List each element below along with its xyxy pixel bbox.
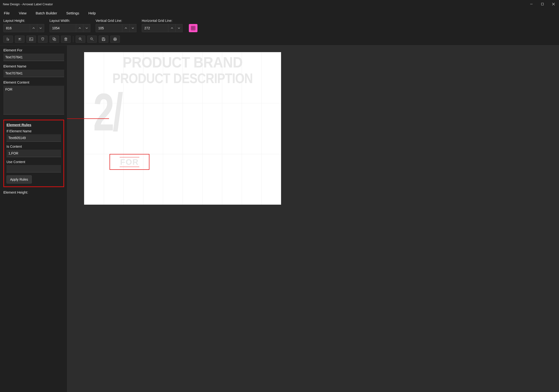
spinner-up-icon[interactable] [122, 24, 129, 32]
spinner-up-icon[interactable] [76, 24, 83, 32]
canvas-brand-text[interactable]: PRODUCT BRAND [84, 53, 281, 71]
spinner-down-icon[interactable] [175, 24, 183, 32]
text-tool[interactable]: T [15, 36, 25, 43]
tool-row: T [0, 35, 559, 45]
grid-toggle-button[interactable] [189, 24, 197, 32]
canvas-for-text: FOR [120, 157, 139, 167]
pointer-icon [6, 37, 10, 41]
layout-width-input[interactable] [49, 24, 76, 32]
copy-tool[interactable] [49, 36, 59, 43]
use-content-input[interactable] [7, 165, 61, 172]
horizontal-grid-input[interactable] [142, 24, 168, 32]
zoom-in-tool[interactable] [76, 36, 85, 43]
horizontal-grid-label: Horizontal Grid Line: [142, 19, 183, 23]
maximize-button[interactable] [537, 0, 548, 8]
horizontal-grid-spinner [142, 24, 183, 32]
menu-bar: File View Batch Builder Settings Help [0, 8, 559, 18]
bucket-icon [41, 37, 45, 41]
element-content-input[interactable]: FOR [3, 86, 64, 115]
horizontal-grid-group: Horizontal Grid Line: [142, 19, 183, 32]
svg-text:T: T [18, 37, 20, 41]
element-content-label: Element Content [3, 80, 64, 84]
close-button[interactable] [548, 0, 559, 8]
grid-icon [191, 26, 195, 30]
window-controls [526, 0, 559, 8]
menu-view[interactable]: View [17, 10, 28, 16]
pointer-tool[interactable] [3, 36, 13, 43]
zoom-in-icon [79, 37, 82, 41]
element-for-label: Element For [3, 48, 64, 52]
element-name-label: Element Name [3, 64, 64, 68]
label-canvas[interactable]: PRODUCT BRAND PRODUCT DESCRIPTION 2/ FOR [84, 52, 281, 205]
properties-panel: Element For Element Name Element Content… [0, 45, 67, 392]
svg-rect-4 [191, 26, 195, 30]
is-content-input[interactable] [7, 150, 61, 157]
if-element-name-label: If Element Name [7, 129, 61, 133]
canvas-area[interactable]: PRODUCT BRAND PRODUCT DESCRIPTION 2/ FOR [67, 45, 559, 392]
svg-rect-31 [114, 38, 116, 39]
layout-height-input[interactable] [3, 24, 30, 32]
element-name-input[interactable] [3, 70, 64, 77]
vertical-grid-group: Vertical Grid Line: [96, 19, 136, 32]
svg-rect-30 [103, 38, 104, 39]
vertical-grid-spinner [96, 24, 136, 32]
title-bar: New Design - Arrowat Label Creator [0, 0, 559, 8]
layout-height-label: Layout Height: [3, 19, 44, 23]
svg-line-23 [81, 40, 82, 41]
text-icon: T [18, 37, 22, 41]
menu-settings[interactable]: Settings [65, 10, 81, 16]
zoom-out-tool[interactable] [87, 36, 97, 43]
layout-height-spinner [3, 24, 44, 32]
save-icon [102, 37, 105, 41]
delete-tool[interactable] [61, 36, 71, 43]
is-content-label: Is Content [7, 145, 61, 149]
spinner-up-icon[interactable] [168, 24, 175, 32]
layout-controls-bar: Layout Height: Layout Width: Vertical Gr… [0, 18, 559, 35]
menu-help[interactable]: Help [87, 10, 97, 16]
spinner-down-icon[interactable] [129, 24, 136, 32]
trash-icon [64, 37, 68, 41]
save-tool[interactable] [99, 36, 108, 43]
menu-batch-builder[interactable]: Batch Builder [34, 10, 58, 16]
vertical-grid-label: Vertical Grid Line: [96, 19, 136, 23]
element-rules-box: Element Rules If Element Name Is Content… [3, 120, 64, 187]
svg-rect-13 [29, 38, 33, 41]
minimize-button[interactable] [526, 0, 537, 8]
image-icon [29, 37, 33, 41]
canvas-selected-element[interactable]: FOR [110, 154, 149, 170]
print-icon [113, 37, 117, 41]
if-element-name-input[interactable] [7, 134, 61, 142]
layout-width-group: Layout Width: [49, 19, 90, 32]
svg-rect-29 [102, 39, 104, 41]
svg-rect-1 [541, 3, 544, 5]
svg-line-27 [93, 40, 93, 41]
svg-rect-17 [65, 38, 67, 41]
apply-rules-button[interactable]: Apply Rules [7, 175, 32, 184]
copy-icon [52, 37, 56, 41]
window-title: New Design - Arrowat Label Creator [3, 2, 53, 6]
tool-separator [73, 36, 73, 42]
element-rules-header: Element Rules [7, 123, 61, 127]
element-for-input[interactable] [3, 54, 64, 61]
use-content-label: Use Content [7, 160, 61, 164]
element-height-label: Element Height: [3, 190, 64, 194]
spinner-down-icon[interactable] [83, 24, 90, 32]
spinner-up-icon[interactable] [30, 24, 37, 32]
layout-width-spinner [49, 24, 90, 32]
zoom-out-icon [90, 37, 94, 41]
layout-width-label: Layout Width: [49, 19, 90, 23]
bucket-tool[interactable] [38, 36, 47, 43]
main-area: Element For Element Name Element Content… [0, 45, 559, 392]
canvas-number-text[interactable]: 2/ [93, 86, 121, 139]
spinner-down-icon[interactable] [37, 24, 44, 32]
print-tool[interactable] [110, 36, 120, 43]
svg-point-14 [30, 38, 31, 39]
image-tool[interactable] [27, 36, 36, 43]
menu-file[interactable]: File [2, 10, 11, 16]
layout-height-group: Layout Height: [3, 19, 44, 32]
vertical-grid-input[interactable] [96, 24, 122, 32]
